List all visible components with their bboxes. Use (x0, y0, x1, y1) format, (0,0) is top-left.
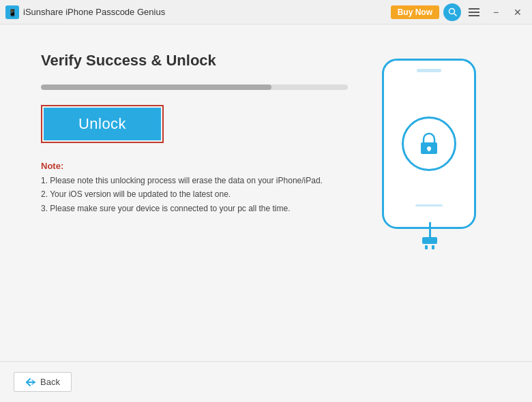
progress-bar-container (41, 84, 348, 90)
search-icon-btn[interactable] (443, 3, 461, 21)
note-title: Note: (41, 161, 348, 171)
bottom-line (415, 204, 443, 206)
svg-text:📱: 📱 (8, 8, 17, 17)
bottom-bar: Back (0, 361, 532, 402)
lock-icon-container (402, 117, 456, 171)
phone-illustration (375, 59, 484, 249)
menu-icon[interactable] (465, 3, 483, 21)
note-item-3: 3. Please make sure your device is conne… (41, 202, 348, 215)
progress-bar-fill (41, 84, 271, 90)
svg-rect-9 (428, 149, 430, 151)
app-title: iSunshare iPhone Passcode Genius (23, 7, 391, 17)
phone-body (382, 59, 476, 229)
unlock-button-wrapper: Unlock (41, 105, 164, 143)
usb-prongs (425, 245, 434, 249)
section-title: Verify Success & Unlock (41, 52, 348, 69)
back-button-label: Back (40, 377, 60, 387)
close-button[interactable]: ✕ (509, 3, 527, 21)
lock-svg (414, 129, 444, 159)
back-button[interactable]: Back (14, 372, 72, 392)
content-area: Verify Success & Unlock Unlock Note: 1. … (0, 25, 532, 361)
notes-section: Note: 1. Please note this unlocking proc… (41, 161, 348, 215)
usb-head (422, 237, 437, 244)
buy-now-button[interactable]: Buy Now (391, 5, 439, 19)
phone-speaker (417, 69, 441, 72)
svg-line-3 (454, 14, 456, 16)
title-bar: 📱 iSunshare iPhone Passcode Genius Buy N… (0, 0, 532, 25)
right-panel (361, 52, 498, 347)
usb-line (429, 222, 431, 237)
minimize-button[interactable]: − (487, 3, 505, 21)
title-bar-controls: Buy Now − ✕ (391, 3, 527, 21)
left-panel: Verify Success & Unlock Unlock Note: 1. … (41, 52, 348, 347)
note-item-1: 1. Please note this unlocking process wi… (41, 174, 348, 187)
usb-prong-left (425, 245, 428, 249)
note-item-2: 2. Your iOS version will be updated to t… (41, 187, 348, 201)
unlock-button[interactable]: Unlock (44, 108, 161, 140)
app-icon: 📱 (5, 5, 19, 19)
usb-connector (422, 222, 437, 249)
back-arrow-icon (25, 377, 36, 387)
usb-prong-right (432, 245, 434, 249)
main-content: Verify Success & Unlock Unlock Note: 1. … (0, 25, 532, 402)
